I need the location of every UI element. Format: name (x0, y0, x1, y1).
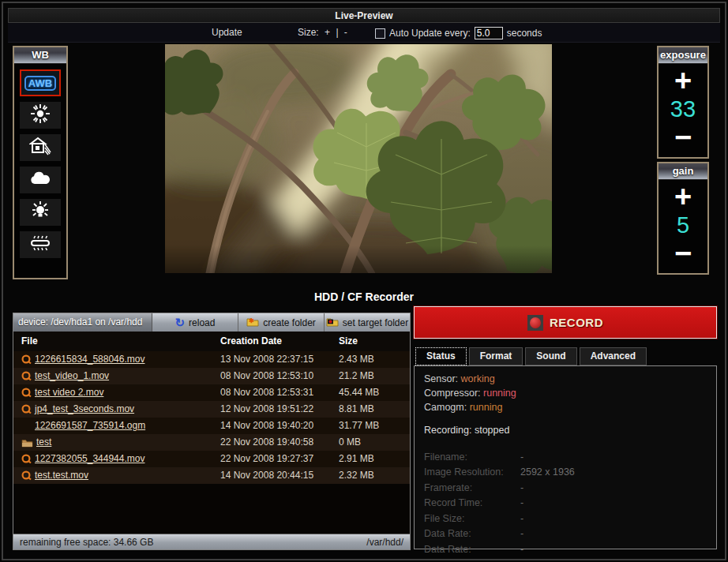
table-row: 1227382055_344944.mov22 Nov 2008 19:27:3… (13, 451, 410, 467)
file-link[interactable]: test video 2.mov (35, 384, 103, 401)
fluorescent-icon (28, 234, 52, 256)
tab-format[interactable]: Format (469, 347, 523, 365)
live-preview-section: Live-Preview Update Size: + | - Auto Upd… (8, 8, 720, 284)
status-field-row: Record Time:- (424, 496, 707, 511)
status-field-label: Image Resolution: (424, 465, 520, 481)
bulb-icon (29, 200, 51, 224)
file-date: 12 Nov 2008 19:51:22 (220, 401, 339, 418)
file-table-empty-area (13, 484, 410, 534)
exposure-increase-button[interactable]: + (674, 66, 692, 96)
file-size: 2.91 MB (339, 451, 410, 467)
auto-update-checkbox[interactable] (375, 28, 385, 39)
sensor-status-value: working (461, 373, 495, 384)
tab-sound[interactable]: Sound (525, 347, 576, 365)
file-link[interactable]: test_video_1.mov (35, 368, 109, 384)
file-date: 14 Nov 2008 20:44:15 (220, 467, 339, 484)
table-row: test22 Nov 2008 19:40:580 MB (13, 434, 410, 451)
wb-shade-button[interactable] (20, 134, 61, 161)
size-decrease-button[interactable]: - (344, 27, 347, 38)
col-date: Creation Date (220, 332, 339, 351)
file-size: 31.77 MB (339, 418, 410, 434)
quicktime-icon (21, 371, 32, 381)
wb-auto-button[interactable]: AWB (20, 69, 61, 96)
wb-fluorescent-button[interactable] (20, 231, 61, 258)
gain-decrease-button[interactable]: − (674, 238, 692, 268)
file-cell: jp4_test_3seconds.mov (21, 401, 220, 418)
file-cell: test.test.mov (21, 467, 220, 484)
status-field-value: - (520, 526, 523, 542)
status-field-label: Data Rate: (424, 542, 520, 558)
quicktime-icon (21, 354, 32, 365)
live-preview-title: Live-Preview (8, 8, 720, 23)
create-folder-icon: ✱ (246, 317, 259, 329)
awb-icon: AWB (24, 76, 56, 91)
gain-increase-button[interactable]: + (674, 182, 692, 212)
reload-button[interactable]: ↻ reload (152, 313, 238, 332)
tab-status[interactable]: Status (415, 347, 467, 365)
auto-update-controls: Auto Update every: seconds (375, 27, 542, 39)
col-file: File (21, 332, 220, 351)
svg-text:✱: ✱ (249, 317, 254, 324)
status-field-row: Data Rate:- (424, 526, 707, 542)
cloud-icon (29, 170, 51, 189)
status-field-value: - (520, 542, 523, 558)
update-button[interactable]: Update (212, 27, 242, 38)
interval-input[interactable] (475, 27, 503, 39)
gain-value: 5 (677, 212, 689, 238)
status-field-row: Data Rate:- (424, 542, 707, 558)
camogm-status-line: Camogm: running (424, 400, 707, 414)
file-date: 13 Nov 2008 22:37:15 (220, 351, 339, 368)
exposure-box: exposure + 33 − (657, 46, 709, 159)
reload-icon: ↻ (175, 317, 186, 328)
status-field-label: Framerate: (424, 481, 520, 496)
size-separator: | (336, 27, 338, 38)
file-size: 21.2 MB (339, 368, 410, 384)
recording-status-value: stopped (475, 425, 509, 436)
table-row: test.test.mov14 Nov 2008 20:44:152.32 MB (13, 467, 410, 484)
recording-status-line: Recording: stopped (424, 423, 707, 437)
compressor-status-line: Compressor: running (424, 386, 707, 400)
size-increase-button[interactable]: + (325, 27, 330, 38)
current-path-label: /var/hdd/ (366, 537, 403, 548)
file-link[interactable]: 1226615834_588046.mov (35, 351, 144, 368)
file-link[interactable]: 1227382055_344944.mov (35, 451, 144, 467)
file-date: 08 Nov 2008 12:53:31 (220, 384, 339, 401)
sensor-status-line: Sensor: working (424, 372, 707, 386)
sun-icon (30, 103, 51, 127)
table-row: test_video_1.mov08 Nov 2008 12:53:1021.2… (13, 368, 410, 384)
recorder-section-title: HDD / CF Recorder (0, 290, 728, 303)
file-link[interactable]: jp4_test_3seconds.mov (35, 401, 134, 418)
tab-advanced[interactable]: Advanced (580, 347, 647, 365)
file-link[interactable]: test (36, 434, 51, 451)
file-size: 2.32 MB (339, 467, 410, 484)
file-link[interactable]: 1226691587_735914.ogm (35, 418, 145, 434)
create-folder-button[interactable]: ✱ create folder (238, 313, 325, 332)
file-cell: 1226615834_588046.mov (21, 351, 220, 368)
device-path-label: device: /dev/hda1 on /var/hdd (13, 313, 152, 332)
auto-update-label: Auto Update every: (389, 28, 471, 39)
exposure-decrease-button[interactable]: − (674, 122, 692, 152)
wb-daylight-button[interactable] (20, 102, 61, 129)
col-size: Size (339, 332, 410, 351)
file-date: 14 Nov 2008 19:40:20 (220, 418, 339, 434)
record-panel: RECORD Status Format Sound Advanced Sens… (414, 306, 717, 550)
seconds-label: seconds (507, 28, 542, 39)
set-target-folder-button[interactable]: set target folder (325, 313, 410, 332)
file-link[interactable]: test.test.mov (35, 467, 88, 484)
file-cell: 1226691587_735914.ogm (21, 418, 220, 434)
file-table-footer: remaining free space: 34.66 GB /var/hdd/ (13, 534, 410, 549)
quicktime-icon (21, 470, 32, 481)
recorder-section: device: /dev/hda1 on /var/hdd ↻ reload ✱… (8, 306, 720, 556)
table-row: 1226615834_588046.mov13 Nov 2008 22:37:1… (13, 351, 410, 368)
status-field-value: - (520, 496, 523, 511)
status-field-value: - (520, 481, 523, 496)
file-cell: test video 2.mov (21, 384, 220, 401)
house-shade-icon (29, 137, 51, 159)
file-cell: 1227382055_344944.mov (21, 451, 220, 467)
file-size: 8.81 MB (339, 401, 410, 418)
table-row: test video 2.mov08 Nov 2008 12:53:3145.4… (13, 384, 410, 401)
record-button[interactable]: RECORD (414, 306, 717, 339)
wb-incandescent-button[interactable] (20, 199, 61, 226)
size-label: Size: (298, 27, 319, 38)
wb-cloudy-button[interactable] (20, 167, 61, 193)
